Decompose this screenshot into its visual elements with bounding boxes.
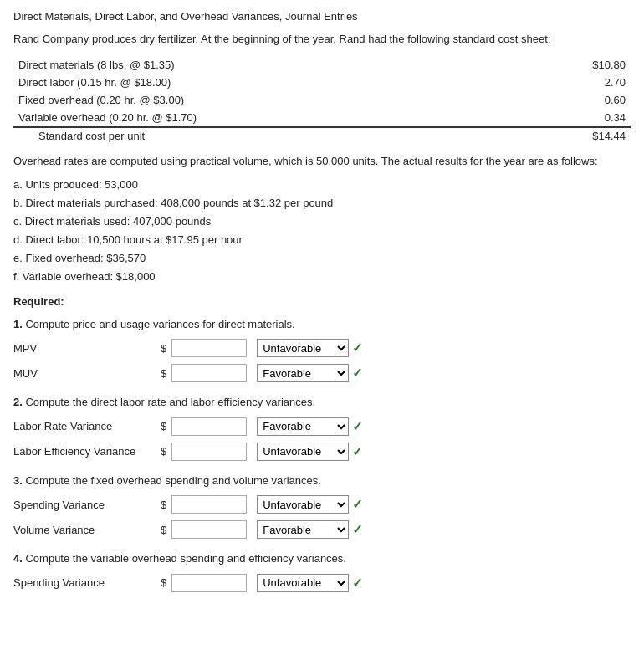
cost-item-row: Direct materials (8 lbs. @ $1.35)$10.80 <box>13 56 631 74</box>
variance-select[interactable]: FavorableUnfavorable <box>257 443 349 461</box>
dropdown-wrapper: FavorableUnfavorable✓ <box>257 364 363 382</box>
variance-row-1-0: Labor Rate Variance$FavorableUnfavorable… <box>13 417 631 436</box>
dollar-sign: $ <box>161 576 166 589</box>
cost-item-row: Direct labor (0.15 hr. @ $18.00)2.70 <box>13 74 631 91</box>
variance-row-label: Spending Variance <box>13 576 156 589</box>
actual-result-item: d. Direct labor: 10,500 hours at $17.95 … <box>13 231 631 249</box>
variance-select[interactable]: FavorableUnfavorable <box>257 495 349 514</box>
dropdown-wrapper: FavorableUnfavorable✓ <box>257 417 363 436</box>
variance-select[interactable]: FavorableUnfavorable <box>257 417 349 436</box>
page-title: Direct Materials, Direct Labor, and Over… <box>13 10 631 23</box>
variance-row-label: MPV <box>13 342 156 355</box>
question-1-label: 1. Compute price and usage variances for… <box>13 316 631 333</box>
actual-result-item: f. Variable overhead: $18,000 <box>13 268 631 286</box>
actual-result-item: e. Fixed overhead: $36,570 <box>13 249 631 268</box>
check-icon: ✓ <box>352 419 363 434</box>
total-row: Standard cost per unit$14.44 <box>13 127 631 145</box>
dollar-sign: $ <box>161 367 166 380</box>
question-4-label: 4. Compute the variable overhead spendin… <box>13 550 631 567</box>
variance-row-label: Labor Rate Variance <box>13 420 156 432</box>
check-icon: ✓ <box>352 340 363 356</box>
actual-result-item: c. Direct materials used: 407,000 pounds <box>13 212 631 231</box>
variance-select[interactable]: FavorableUnfavorable <box>257 574 349 592</box>
dropdown-wrapper: FavorableUnfavorable✓ <box>257 443 363 461</box>
dropdown-wrapper: FavorableUnfavorable✓ <box>257 574 363 592</box>
question-3: 3. Compute the fixed overhead spending a… <box>13 473 631 540</box>
check-icon: ✓ <box>352 366 363 381</box>
required-header: Required: <box>13 295 631 308</box>
variance-input[interactable] <box>171 495 247 514</box>
variance-row-0-1: MUV$FavorableUnfavorable✓ <box>13 364 631 382</box>
dropdown-wrapper: FavorableUnfavorable✓ <box>257 495 363 514</box>
variance-input[interactable] <box>171 443 247 461</box>
actual-result-item: a. Units produced: 53,000 <box>13 176 631 194</box>
variance-row-label: Labor Efficiency Variance <box>13 445 156 458</box>
dollar-sign: $ <box>161 524 166 536</box>
check-icon: ✓ <box>352 522 363 537</box>
dollar-sign: $ <box>161 420 166 432</box>
variance-select[interactable]: FavorableUnfavorable <box>257 339 349 357</box>
variance-row-0-0: MPV$FavorableUnfavorable✓ <box>13 339 631 357</box>
actual-results: a. Units produced: 53,000b. Direct mater… <box>13 176 631 287</box>
variance-select[interactable]: FavorableUnfavorable <box>257 364 349 382</box>
question-1: 1. Compute price and usage variances for… <box>13 316 631 383</box>
variance-input[interactable] <box>171 417 247 436</box>
variance-input[interactable] <box>171 364 247 382</box>
actual-result-item: b. Direct materials purchased: 408,000 p… <box>13 194 631 212</box>
check-icon: ✓ <box>352 444 363 459</box>
dropdown-wrapper: FavorableUnfavorable✓ <box>257 520 363 539</box>
variance-row-2-0: Spending Variance$FavorableUnfavorable✓ <box>13 495 631 514</box>
intro-text: Rand Company produces dry fertilizer. At… <box>13 31 631 48</box>
variance-row-3-0: Spending Variance$FavorableUnfavorable✓ <box>13 574 631 592</box>
cost-item-row: Variable overhead (0.20 hr. @ $1.70)0.34 <box>13 109 631 127</box>
variance-input[interactable] <box>171 574 247 592</box>
dollar-sign: $ <box>161 499 166 511</box>
question-2-label: 2. Compute the direct labor rate and lab… <box>13 394 631 411</box>
variance-select[interactable]: FavorableUnfavorable <box>257 520 349 539</box>
question-2: 2. Compute the direct labor rate and lab… <box>13 394 631 461</box>
question-3-label: 3. Compute the fixed overhead spending a… <box>13 473 631 489</box>
variance-row-label: MUV <box>13 367 156 380</box>
overhead-text: Overhead rates are computed using practi… <box>13 153 631 170</box>
variance-row-1-1: Labor Efficiency Variance$FavorableUnfav… <box>13 443 631 461</box>
dropdown-wrapper: FavorableUnfavorable✓ <box>257 339 363 357</box>
variance-row-label: Spending Variance <box>13 499 156 511</box>
variance-row-2-1: Volume Variance$FavorableUnfavorable✓ <box>13 520 631 539</box>
check-icon: ✓ <box>352 576 363 591</box>
variance-input[interactable] <box>171 520 247 539</box>
dollar-sign: $ <box>161 342 166 355</box>
dollar-sign: $ <box>161 445 166 458</box>
check-icon: ✓ <box>352 497 363 512</box>
cost-sheet-table: Direct materials (8 lbs. @ $1.35)$10.80D… <box>13 56 631 145</box>
question-4: 4. Compute the variable overhead spendin… <box>13 550 631 592</box>
cost-item-row: Fixed overhead (0.20 hr. @ $3.00)0.60 <box>13 91 631 109</box>
variance-input[interactable] <box>171 339 247 357</box>
variance-row-label: Volume Variance <box>13 524 156 536</box>
